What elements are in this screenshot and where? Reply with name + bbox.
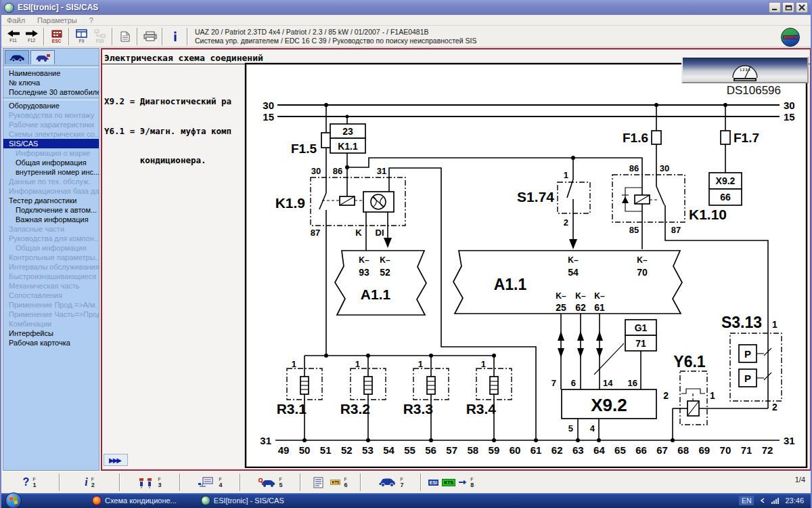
sidebar-item[interactable]: Руководства для компон...	[3, 234, 99, 243]
car-part-icon	[35, 54, 51, 62]
sidebar-item[interactable]: Интерфейсы	[3, 329, 99, 338]
grid-number: 58	[467, 444, 478, 456]
taskbar-item-browser[interactable]: Схема кондиционе...	[92, 496, 177, 505]
fn-help-button[interactable]: ? F1	[3, 472, 56, 492]
info-button[interactable]	[166, 26, 184, 47]
grid-number: 72	[762, 444, 773, 456]
window-panes-icon	[76, 29, 87, 38]
sidebar-item[interactable]: Информация о марке	[3, 148, 99, 158]
menu-file[interactable]: Файл	[7, 16, 25, 24]
sidebar-item[interactable]: Руководства по монтажу	[3, 110, 99, 120]
svg-text:1: 1	[772, 319, 777, 330]
start-button[interactable]	[5, 492, 22, 508]
vehicle-info-line2: Система упр. двигателем / EDC 16 C 39 / …	[195, 37, 476, 45]
grid-number: 57	[446, 444, 457, 456]
sidebar-item[interactable]: Последние 30 автомобилей	[3, 87, 99, 97]
sidebar-item[interactable]: Общая информация	[3, 158, 99, 167]
sidebar-item[interactable]: Применение Часть=>Прод.	[3, 310, 99, 319]
grid-number: 51	[320, 444, 332, 456]
menu-help[interactable]: ?	[89, 16, 93, 24]
top-toolbar: F11 F12 ESC F9 F10	[1, 26, 811, 47]
components-icon	[138, 477, 154, 488]
sidebar-item[interactable]: Механическая часть	[3, 281, 99, 291]
sidebar-item[interactable]: Тестер диагностики	[3, 196, 99, 205]
tab-vehicle[interactable]	[5, 50, 29, 64]
tray-chevron-icon[interactable]	[760, 498, 765, 503]
sidebar-item[interactable]: Оборудование	[3, 101, 99, 110]
grid-number: 70	[720, 444, 731, 456]
svg-text:K: K	[355, 228, 362, 238]
svg-text:A1.1: A1.1	[361, 287, 391, 302]
fn-info-button[interactable]: i F2	[63, 472, 116, 492]
close-button[interactable]	[796, 2, 808, 13]
sidebar-item[interactable]: Контрольные параметры...	[3, 253, 99, 262]
minimize-button[interactable]	[769, 2, 781, 13]
svg-text:G1: G1	[635, 322, 648, 333]
tree-icon	[94, 29, 106, 38]
grid-number: 52	[341, 444, 353, 456]
esc-button[interactable]: ESC	[47, 26, 66, 47]
sidebar-item[interactable]: Рабочая карточка	[3, 338, 99, 347]
svg-text:66: 66	[720, 192, 731, 203]
sidebar-item[interactable]: Подключение к автом...	[3, 205, 99, 215]
sidebar-item[interactable]: Данные по тех. обслуж.	[3, 177, 99, 186]
svg-text:7: 7	[551, 378, 556, 388]
fn-components-button[interactable]: F3	[123, 472, 177, 492]
language-indicator[interactable]: EN	[739, 496, 754, 505]
grid-number: 61	[531, 444, 542, 456]
forward-arrow-icon	[25, 30, 39, 37]
svg-text:5: 5	[568, 423, 573, 433]
sidebar-item[interactable]: внутренний номер инс...	[3, 167, 99, 177]
sidebar-item[interactable]: Быстроизнашивающиеся ...	[3, 272, 99, 281]
sidebar-item[interactable]: Сопоставления	[3, 291, 99, 300]
svg-text:61: 61	[594, 302, 605, 313]
system-tray: EN 23:46	[739, 496, 811, 505]
document-button[interactable]	[116, 26, 134, 47]
sidebar-item[interactable]: № ключа	[3, 78, 99, 87]
menu-options[interactable]: Параметры	[37, 16, 77, 24]
svg-text:R3.2: R3.2	[340, 401, 370, 417]
sidebar-item[interactable]: Комбинации	[3, 319, 99, 329]
sidebar-item[interactable]: Общая информация	[3, 243, 99, 253]
grid-number: 54	[383, 444, 394, 456]
restore-button[interactable]	[782, 2, 794, 13]
diagram-code: DS106596	[727, 84, 781, 97]
svg-text:87: 87	[671, 225, 681, 235]
sidebar-item[interactable]: SIS/CAS	[3, 139, 99, 148]
svg-text:K–: K–	[594, 291, 605, 301]
svg-text:K1.10: K1.10	[689, 207, 727, 222]
forward-button[interactable]: F12	[22, 26, 41, 47]
sidebar-item[interactable]: Наименование	[3, 68, 99, 78]
fn-diagnosis-button[interactable]: F5	[244, 472, 297, 492]
print-button[interactable]	[141, 26, 159, 47]
diagnostic-socket-panel[interactable]: 1 2 3 4	[681, 56, 809, 83]
sidebar-item[interactable]: Интервалы обслуживания	[3, 262, 99, 272]
svg-text:S3.13: S3.13	[721, 314, 762, 331]
svg-text:A1.1: A1.1	[494, 276, 527, 293]
network-icon[interactable]	[771, 498, 779, 504]
back-button[interactable]: F11	[4, 26, 22, 47]
sidebar-item[interactable]: Применение Прод.=>А/м.	[3, 300, 99, 310]
svg-text:P: P	[744, 373, 751, 384]
sidebar-tabs	[3, 49, 99, 64]
fn-vehicle-button[interactable]: F7	[364, 472, 418, 492]
svg-text:31: 31	[377, 166, 386, 176]
sidebar-nav: Наименование№ ключаПоследние 30 автомоби…	[3, 68, 99, 347]
skip-forward-button[interactable]: ▶▶▶	[104, 454, 128, 466]
fn-protocol-button[interactable]: KTS F6	[304, 472, 357, 492]
sidebar-item[interactable]: Запасные части	[3, 224, 99, 234]
vehicle-info: UAZ 20 / Patriot 2.3TD 4x4 / Patriot / 2…	[195, 28, 476, 45]
fn-schematic-button[interactable]: F4	[183, 472, 237, 492]
keypad-icon	[51, 30, 62, 38]
taskbar-item-esitronic[interactable]: ESI[tronic] - SIS/CAS	[201, 496, 284, 505]
sidebar-item[interactable]: Важная информация	[3, 215, 99, 224]
f9-view-button[interactable]: F9	[72, 26, 91, 47]
grid-number: 64	[593, 444, 605, 456]
tab-component[interactable]	[30, 50, 55, 64]
info-icon	[173, 31, 178, 41]
sidebar-item[interactable]: Информационная база да...	[3, 186, 99, 196]
fn-esi-kts-button[interactable]: ESI KTS F8	[424, 472, 478, 492]
sidebar-item[interactable]: Схемы электрических со...	[3, 129, 99, 139]
sidebar-item[interactable]: Рабочие характеристики	[3, 120, 99, 129]
svg-text:S1.74: S1.74	[517, 189, 554, 205]
